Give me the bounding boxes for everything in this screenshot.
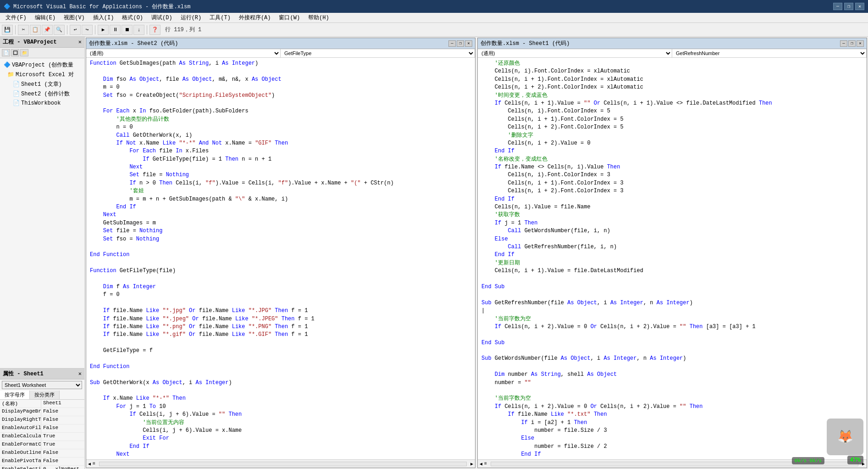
tree-thisworkbook-icon: 📄 bbox=[13, 100, 20, 106]
props-object-select[interactable]: Sheet1 Worksheet bbox=[2, 381, 82, 389]
tree-sheet1-label: Sheet1 (文章) bbox=[21, 80, 62, 88]
pt-view-code[interactable]: 📄 bbox=[2, 49, 10, 56]
cw1-select-general[interactable]: (通用) bbox=[86, 49, 281, 57]
close-button[interactable]: ✕ bbox=[855, 3, 864, 10]
tree-sheet2[interactable]: 📄 Sheet2 (创作计数 bbox=[2, 89, 83, 99]
cw1-footer-right[interactable]: ▶ bbox=[470, 461, 473, 467]
props-tab-alpha[interactable]: 按字母序 bbox=[0, 391, 30, 399]
cw1-footer-left[interactable]: ◀ bbox=[88, 461, 91, 467]
pt-view-object[interactable]: 🔲 bbox=[11, 49, 19, 56]
cw1-title: 创作数量.xlsm - Sheet2 (代码) ─ ❐ ✕ bbox=[86, 38, 475, 49]
cw2-footer-eq[interactable]: ≡ bbox=[484, 461, 487, 466]
project-panel-header: 工程 - VBAProject ✕ bbox=[0, 37, 84, 48]
tb-find[interactable]: 🔍 bbox=[54, 25, 65, 35]
props-val-eaf[interactable]: False bbox=[41, 424, 84, 432]
cw2-select-proc[interactable]: GetRefreshNumber bbox=[672, 49, 867, 57]
tree-vbaproject-icon: 🔷 bbox=[4, 61, 11, 68]
cw2-title-text: 创作数量.xlsm - Sheet1 (代码) bbox=[481, 39, 569, 47]
props-tab-category[interactable]: 按分类序 bbox=[30, 391, 60, 399]
props-val-name[interactable]: Sheet1 bbox=[41, 400, 84, 408]
restore-button[interactable]: ❐ bbox=[844, 3, 853, 10]
tb-run[interactable]: ▶ bbox=[98, 25, 109, 35]
props-name-dpb: DisplayPageBre bbox=[0, 408, 41, 416]
menu-format[interactable]: 格式(O) bbox=[118, 13, 147, 22]
cw2-select-general[interactable]: (通用) bbox=[478, 49, 672, 57]
props-val-ept[interactable]: False bbox=[41, 458, 84, 465]
code-window-sheet2: 创作数量.xlsm - Sheet2 (代码) ─ ❐ ✕ (通用) GetFi… bbox=[86, 38, 475, 468]
menu-view[interactable]: 视图(V) bbox=[60, 13, 88, 22]
cw2-minimize[interactable]: ─ bbox=[840, 40, 847, 47]
tree-sheet1-icon: 📄 bbox=[13, 81, 20, 88]
props-name-es: EnableSelectio bbox=[0, 466, 41, 469]
tb-stop[interactable]: ⏹ bbox=[122, 25, 133, 35]
tree-sheet2-icon: 📄 bbox=[13, 90, 20, 97]
cw1-select-proc[interactable]: GetFileType bbox=[281, 49, 475, 57]
tb-undo[interactable]: ↩ bbox=[70, 25, 81, 35]
code-window-sheet1: 创作数量.xlsm - Sheet1 (代码) ─ ❐ ✕ (通用) GetRe… bbox=[477, 38, 867, 468]
tb-redo[interactable]: ↪ bbox=[82, 25, 93, 35]
props-val-es[interactable]: 0 - xlNoRest bbox=[41, 466, 84, 469]
menu-insert[interactable]: 插入(I) bbox=[89, 13, 118, 22]
tree-excel-label: Microsoft Excel 对 bbox=[16, 71, 74, 78]
props-row-eo: EnableOutlinerFalse bbox=[0, 449, 84, 458]
project-panel-close[interactable]: ✕ bbox=[78, 39, 82, 45]
cw1-close[interactable]: ✕ bbox=[465, 40, 472, 47]
props-panel-title: 属性 - Sheet1 bbox=[3, 370, 44, 378]
avatar-emoji: 🦊 bbox=[837, 429, 853, 445]
props-val-dpb[interactable]: False bbox=[41, 408, 84, 416]
tb-save[interactable]: 💾 bbox=[2, 25, 13, 35]
title-bar-controls: ─ ❐ ✕ bbox=[833, 3, 864, 10]
menu-file[interactable]: 文件(F) bbox=[2, 13, 30, 22]
overlay-percent: 47% bbox=[847, 456, 863, 464]
tree-sheet1[interactable]: 📄 Sheet1 (文章) bbox=[2, 79, 83, 89]
code-area: 创作数量.xlsm - Sheet2 (代码) ─ ❐ ✕ (通用) GetFi… bbox=[85, 37, 868, 469]
tb-paste[interactable]: 📌 bbox=[42, 25, 53, 35]
props-name-eo: EnableOutliner bbox=[0, 449, 41, 457]
title-bar-left: 🔷 Microsoft Visual Basic for Application… bbox=[4, 3, 190, 11]
cw2-restore[interactable]: ❐ bbox=[848, 40, 856, 47]
cw1-toolbar: (通用) GetFileType bbox=[86, 49, 475, 58]
props-val-efc[interactable]: True bbox=[41, 441, 84, 449]
menu-window[interactable]: 窗口(W) bbox=[275, 13, 304, 22]
cw2-footer-left[interactable]: ◀ bbox=[480, 461, 482, 467]
title-bar: 🔷 Microsoft Visual Basic for Application… bbox=[0, 0, 868, 13]
tb-pause[interactable]: ⏸ bbox=[110, 25, 121, 35]
overlay-stats: 0k/s 0k/s bbox=[792, 457, 824, 464]
tb-help[interactable]: ❓ bbox=[149, 25, 160, 35]
tree-excel-icon: 📁 bbox=[7, 71, 14, 78]
menu-edit[interactable]: 编辑(E) bbox=[31, 13, 60, 22]
tb-cut[interactable]: ✂ bbox=[18, 25, 29, 35]
props-name-efc: EnableFormatCo bbox=[0, 441, 41, 449]
props-val-ec[interactable]: True bbox=[41, 433, 84, 441]
tree-vbaproject[interactable]: 🔷 VBAProject (创作数量 bbox=[2, 60, 83, 70]
menu-debug[interactable]: 调试(D) bbox=[148, 13, 176, 22]
menu-run[interactable]: 运行(R) bbox=[177, 13, 205, 22]
tb-copy[interactable]: 📋 bbox=[30, 25, 41, 35]
props-row-ec: EnableCalculaTrue bbox=[0, 433, 84, 441]
menu-addins[interactable]: 外接程序(A) bbox=[235, 13, 275, 22]
cw2-toolbar: (通用) GetRefreshNumber bbox=[478, 49, 867, 58]
cw1-scrollbar[interactable] bbox=[99, 462, 467, 466]
props-val-drt[interactable]: False bbox=[41, 416, 84, 424]
left-panel: 工程 - VBAProject ✕ 📄 🔲 📁 🔷 VBAProject (创作… bbox=[0, 37, 85, 469]
project-panel-title: 工程 - VBAProject bbox=[3, 38, 57, 46]
cw1-code-content[interactable]: Function GetSubImages(path As String, i … bbox=[86, 58, 475, 459]
tree-excel-folder[interactable]: 📁 Microsoft Excel 对 bbox=[2, 70, 83, 79]
menu-tools[interactable]: 工具(T) bbox=[206, 13, 234, 22]
pt-toggle-folders[interactable]: 📁 bbox=[20, 49, 28, 56]
cw2-controls: ─ ❐ ✕ bbox=[840, 40, 864, 47]
props-panel-header: 属性 - Sheet1 ✕ bbox=[0, 368, 84, 380]
cw1-minimize[interactable]: ─ bbox=[448, 40, 456, 47]
props-name-ept: EnablePivotTab bbox=[0, 458, 41, 465]
cw2-close[interactable]: ✕ bbox=[857, 40, 864, 47]
props-val-eo[interactable]: False bbox=[41, 449, 84, 457]
tb-step[interactable]: ↓ bbox=[133, 25, 144, 35]
tree-thisworkbook[interactable]: 📄 ThisWorkbook bbox=[2, 99, 83, 107]
menu-help[interactable]: 帮助(H) bbox=[304, 13, 333, 22]
props-panel-close[interactable]: ✕ bbox=[78, 370, 82, 377]
minimize-button[interactable]: ─ bbox=[833, 3, 842, 10]
cw2-code-content[interactable]: '还原颜色 Cells(n, i).Font.ColorIndex = xlAu… bbox=[478, 58, 867, 459]
props-row-efc: EnableFormatCoTrue bbox=[0, 441, 84, 449]
cw1-footer-eq[interactable]: ≡ bbox=[93, 461, 95, 466]
cw1-restore[interactable]: ❐ bbox=[457, 40, 464, 47]
